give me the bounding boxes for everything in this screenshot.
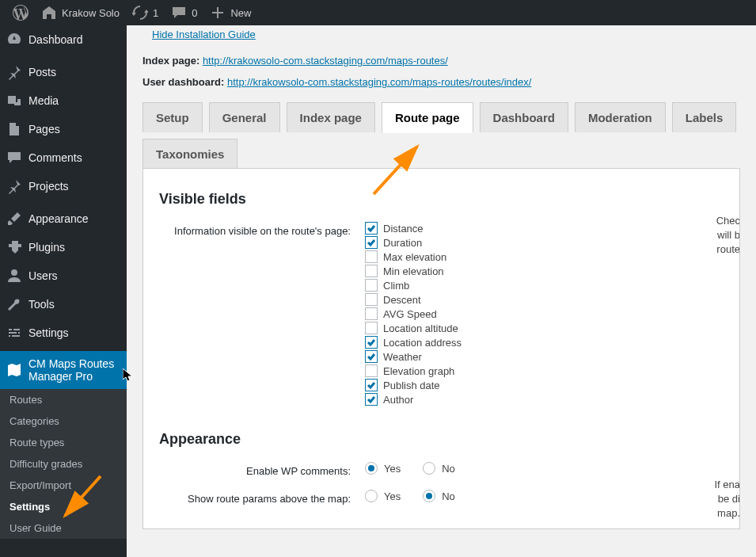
checkbox-icon: [365, 265, 378, 277]
refresh[interactable]: 1: [126, 0, 165, 25]
settings-tabs: Setup General Index page Route page Dash…: [142, 102, 740, 169]
menu-tools[interactable]: Tools: [0, 290, 127, 319]
checkbox-label: Publish date: [383, 380, 440, 391]
checkbox-option[interactable]: Elevation graph: [365, 364, 724, 377]
checkbox-label: Weather: [383, 351, 422, 363]
help-text-line6: map.: [717, 507, 740, 519]
menu-plugins[interactable]: Plugins: [0, 233, 127, 261]
site-name: Krakow Solo: [62, 7, 120, 19]
tab-index-page[interactable]: Index page: [287, 102, 375, 132]
checkbox-option[interactable]: Duration: [365, 236, 724, 249]
enable-comments-yes[interactable]: Yes: [365, 462, 401, 475]
user-dashboard-row: User dashboard: http://krakowsolo-com.st…: [142, 76, 740, 88]
checkbox-icon: [365, 279, 378, 292]
checkbox-option[interactable]: Location altitude: [365, 322, 724, 334]
submenu-export-import[interactable]: Export/Import: [0, 475, 127, 496]
plugin-icon: [6, 239, 22, 255]
help-text-line1: Chec: [716, 215, 740, 227]
index-page-row: Index page: http://krakowsolo-com.stacks…: [142, 55, 740, 67]
checkbox-label: Distance: [383, 223, 424, 235]
user-icon: [6, 268, 22, 284]
user-dashboard-url[interactable]: http://krakowsolo-com.stackstaging.com/m…: [227, 76, 531, 88]
help-text-line2: will b: [717, 229, 740, 241]
enable-comments-label: Enable WP comments:: [159, 462, 365, 477]
tab-setup[interactable]: Setup: [142, 102, 203, 132]
site-home[interactable]: Krakow Solo: [35, 0, 126, 25]
checkbox-icon: [365, 250, 378, 263]
checkbox-icon: [365, 322, 378, 334]
checkbox-option[interactable]: Descent: [365, 293, 724, 306]
user-dashboard-label: User dashboard:: [142, 76, 224, 88]
refresh-count: 1: [153, 7, 158, 19]
wrench-icon: [6, 296, 22, 312]
dashboard-icon: [6, 32, 22, 48]
radio-icon: [423, 490, 435, 502]
submenu-difficulty[interactable]: Difficulty grades: [0, 453, 127, 475]
wp-logo[interactable]: [6, 0, 35, 25]
menu-users[interactable]: Users: [0, 261, 127, 290]
checkbox-label: Location altitude: [383, 322, 458, 334]
projects-icon: [6, 178, 22, 194]
checkbox-label: Climb: [383, 280, 409, 292]
submenu-user-guide[interactable]: User Guide: [0, 517, 127, 539]
tab-labels[interactable]: Labels: [672, 102, 737, 132]
submenu-routes[interactable]: Routes: [0, 389, 127, 410]
wordpress-icon: [13, 5, 28, 21]
show-params-label: Show route params above the map:: [159, 490, 365, 505]
show-params-no[interactable]: No: [423, 490, 455, 502]
checkbox-option[interactable]: Weather: [365, 350, 724, 363]
checkbox-option[interactable]: Climb: [365, 279, 724, 292]
page-icon: [6, 121, 22, 137]
plus-icon: [210, 5, 226, 21]
settings-panel: Visible fields Information visible on th…: [142, 168, 740, 529]
tab-route-page[interactable]: Route page: [382, 102, 473, 133]
tab-general[interactable]: General: [209, 102, 280, 132]
submenu-settings[interactable]: Settings: [0, 496, 127, 517]
checkbox-option[interactable]: Distance: [365, 222, 724, 235]
checkbox-option[interactable]: Publish date: [365, 379, 724, 391]
enable-comments-no[interactable]: No: [423, 462, 455, 475]
comment-icon: [171, 5, 187, 21]
menu-appearance[interactable]: Appearance: [0, 204, 127, 233]
menu-media[interactable]: Media: [0, 86, 127, 115]
submenu-cm-maps: Routes Categories Route types Difficulty…: [0, 389, 127, 539]
checkbox-option[interactable]: AVG Speed: [365, 307, 724, 320]
enable-comments-row: Enable WP comments: Yes No: [159, 462, 724, 477]
checkbox-icon: [365, 293, 378, 306]
checkbox-icon: [365, 307, 378, 320]
tab-dashboard[interactable]: Dashboard: [480, 102, 568, 132]
submenu-route-types[interactable]: Route types: [0, 432, 127, 453]
media-icon: [6, 93, 22, 109]
menu-dashboard[interactable]: Dashboard: [0, 25, 127, 54]
visible-fields-row: Information visible on the route's page:…: [159, 222, 724, 407]
comments-bubble[interactable]: 0: [165, 0, 203, 25]
checkbox-icon: [365, 336, 378, 349]
checkbox-label: Elevation graph: [383, 365, 454, 377]
menu-projects[interactable]: Projects: [0, 172, 127, 200]
menu-posts[interactable]: Posts: [0, 58, 127, 86]
show-params-row: Show route params above the map: Yes No: [159, 490, 724, 505]
submenu-categories[interactable]: Categories: [0, 410, 127, 432]
checkbox-icon: [365, 236, 378, 249]
menu-comments[interactable]: Comments: [0, 143, 127, 172]
radio-icon: [365, 462, 378, 475]
menu-pages[interactable]: Pages: [0, 115, 127, 143]
menu-settings[interactable]: Settings: [0, 319, 127, 347]
hide-installation-guide-link[interactable]: Hide Installation Guide: [142, 25, 256, 50]
show-params-yes[interactable]: Yes: [365, 490, 401, 502]
menu-cm-maps[interactable]: CM Maps Routes Manager Pro: [0, 351, 127, 389]
checkbox-label: Location address: [383, 337, 462, 349]
checkbox-option[interactable]: Location address: [365, 336, 724, 349]
tab-taxonomies[interactable]: Taxonomies: [142, 139, 237, 169]
new-content[interactable]: New: [203, 0, 257, 25]
brush-icon: [6, 211, 22, 227]
checkbox-icon: [365, 393, 378, 406]
checkbox-option[interactable]: Max elevation: [365, 250, 724, 263]
tab-moderation[interactable]: Moderation: [575, 102, 666, 132]
index-page-url[interactable]: http://krakowsolo-com.stackstaging.com/m…: [203, 55, 448, 67]
home-icon: [41, 5, 57, 21]
checkbox-option[interactable]: Min elevation: [365, 265, 724, 277]
checkbox-label: Max elevation: [383, 251, 446, 263]
visible-fields-title: Visible fields: [159, 191, 724, 208]
checkbox-option[interactable]: Author: [365, 393, 724, 406]
